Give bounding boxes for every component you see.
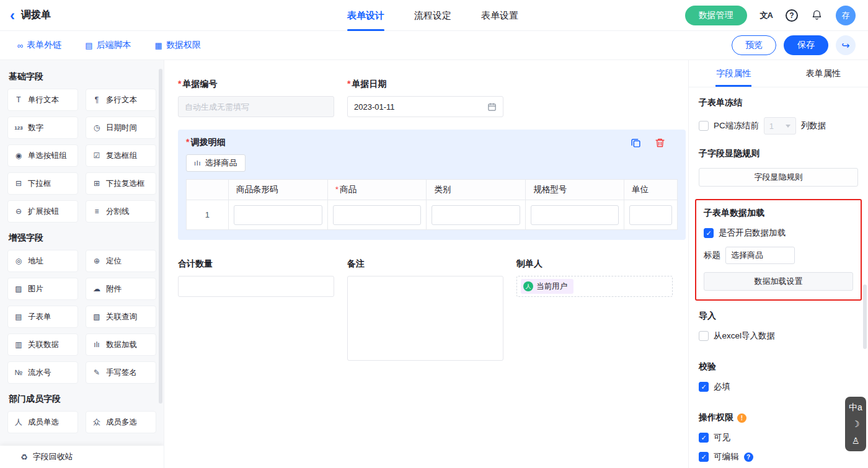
freeze-count-select[interactable]: 1 — [764, 117, 796, 135]
sidebar-scrollbar[interactable] — [159, 69, 162, 404]
category-cell-input[interactable] — [432, 205, 520, 225]
field-item-radio-group[interactable]: ◉单选按钮组 — [7, 144, 78, 167]
subform-block[interactable]: *调拨明细 ılı 选择商品 商品条形码 — [178, 130, 686, 240]
field-item-select[interactable]: ⊟下拉框 — [7, 172, 78, 195]
properties-tabs: 字段属性 表单属性 — [689, 60, 868, 87]
recycle-label: 字段回收站 — [33, 451, 73, 462]
dark-mode-icon[interactable]: ☽ — [852, 420, 860, 428]
warning-icon[interactable]: ! — [737, 413, 746, 423]
remark-textarea[interactable] — [347, 276, 503, 361]
field-recycle-bin[interactable]: ♻ 字段回收站 — [0, 446, 164, 468]
translate-widget-icon[interactable]: 中a — [849, 403, 862, 412]
required-row: 必填 — [699, 381, 858, 392]
sub-visibility-title: 子字段显隐规则 — [699, 148, 858, 159]
editable-checkbox[interactable] — [699, 452, 709, 462]
tab-form-setting[interactable]: 表单设置 — [481, 0, 518, 31]
tab-flow-setting[interactable]: 流程设定 — [414, 0, 451, 31]
theme-icon[interactable]: ♙ — [852, 436, 860, 445]
data-permission-link[interactable]: ▦ 数据权限 — [155, 40, 201, 51]
main-nav-tabs: 表单设计 流程设定 表单设置 — [347, 0, 518, 31]
translate-icon[interactable]: 文A — [760, 10, 773, 21]
tab-form-design[interactable]: 表单设计 — [347, 0, 384, 31]
editable-label: 可编辑 — [714, 451, 739, 462]
properties-panel: 字段属性 表单属性 子表单冻结 PC端冻结前 1 列数据 子字段显隐规则 字段显… — [688, 60, 868, 468]
data-load-title-input[interactable] — [725, 247, 795, 264]
doc-no-input[interactable] — [178, 96, 334, 117]
freeze-count-value: 1 — [769, 121, 774, 131]
doc-date-input[interactable]: 2023-01-11 — [347, 96, 503, 117]
back-icon[interactable]: ‹ — [10, 8, 15, 23]
help-icon[interactable]: ? — [786, 9, 798, 22]
field-label: 分割线 — [106, 206, 130, 217]
section-title-basic: 基础字段 — [9, 71, 155, 82]
field-label: 定位 — [106, 256, 122, 267]
question-icon[interactable]: ? — [744, 453, 753, 462]
single-line-text-icon: T — [13, 95, 24, 104]
share-button[interactable]: ↪ — [836, 35, 856, 55]
data-load-checkbox[interactable] — [704, 228, 714, 238]
freeze-section-title: 子表单冻结 — [699, 97, 858, 108]
field-item-datetime[interactable]: ◷日期时间 — [86, 117, 156, 139]
validation-title: 校验 — [699, 361, 858, 373]
required-mark: * — [178, 79, 181, 89]
panel-scrollbar[interactable] — [863, 285, 867, 349]
field-item-number[interactable]: 123数字 — [7, 117, 78, 139]
field-item-divider[interactable]: ≡分割线 — [86, 200, 156, 223]
freeze-label: PC端冻结前 — [714, 120, 759, 131]
total-qty-input[interactable] — [178, 276, 334, 297]
field-label: 扩展按钮 — [28, 206, 59, 217]
col-header-category: 类别 — [427, 180, 526, 200]
field-item-location[interactable]: ⊕定位 — [86, 250, 156, 272]
field-item-serial-number[interactable]: №流水号 — [7, 361, 78, 384]
delete-icon[interactable] — [655, 138, 665, 148]
data-manage-button[interactable]: 数据管理 — [685, 6, 747, 25]
tab-field-properties[interactable]: 字段属性 — [689, 60, 779, 87]
required-checkbox[interactable] — [699, 382, 709, 392]
field-label: 图片 — [28, 284, 43, 294]
field-item-single-line-text[interactable]: T单行文本 — [7, 89, 78, 111]
doc-date-value: 2023-01-11 — [354, 102, 395, 112]
field-item-multi-select[interactable]: ⊞下拉复选框 — [86, 172, 156, 195]
preview-button[interactable]: 预览 — [732, 35, 776, 55]
save-button[interactable]: 保存 — [784, 35, 828, 55]
copy-icon[interactable] — [631, 138, 641, 148]
form-canvas: *单据编号 *单据日期 2023-01-11 *调拨明细 — [164, 60, 688, 468]
freeze-checkbox[interactable] — [699, 121, 709, 131]
excel-import-checkbox[interactable] — [699, 331, 709, 341]
spec-cell-input[interactable] — [531, 205, 619, 225]
avatar[interactable]: 存 — [836, 6, 856, 25]
backend-script-link[interactable]: ▤ 后端脚本 — [85, 40, 131, 51]
unit-cell-input[interactable] — [629, 205, 672, 225]
field-item-image[interactable]: ▨图片 — [7, 278, 78, 300]
current-user-tag: 人 当前用户 — [521, 279, 574, 294]
field-item-data-load[interactable]: ılı数据加载 — [86, 333, 156, 356]
col-header-product: *商品 — [327, 180, 427, 200]
location-icon: ⊕ — [91, 257, 102, 265]
permission-icon: ▦ — [155, 41, 162, 50]
field-item-address[interactable]: ◎地址 — [7, 250, 78, 272]
field-item-extend-button[interactable]: ⊖扩展按钮 — [7, 200, 78, 223]
field-item-signature[interactable]: ✎手写签名 — [86, 361, 156, 384]
select-product-button[interactable]: ılı 选择商品 — [186, 154, 246, 172]
field-item-attachment[interactable]: ☁附件 — [86, 278, 156, 300]
bell-icon[interactable] — [811, 9, 823, 21]
link-label: 数据权限 — [166, 40, 201, 51]
field-library-sidebar: 基础字段 T单行文本 ¶多行文本 123数字 ◷日期时间 ◉单选按钮组 ☑复选框… — [0, 60, 164, 468]
field-item-member-multi[interactable]: 众成员多选 — [86, 411, 156, 433]
field-item-relation-query[interactable]: ▧关联查询 — [86, 306, 156, 328]
barcode-cell-input[interactable] — [234, 205, 322, 225]
data-load-settings-button[interactable]: 数据加载设置 — [704, 272, 853, 291]
field-item-relation-data[interactable]: ▥关联数据 — [7, 333, 78, 356]
creator-input[interactable]: 人 当前用户 — [516, 276, 673, 297]
subform-title: 调拨明细 — [190, 137, 225, 147]
form-external-link[interactable]: ∞ 表单外链 — [17, 40, 61, 51]
field-item-checkbox-group[interactable]: ☑复选框组 — [86, 144, 156, 167]
link-label: 表单外链 — [27, 40, 61, 51]
field-item-subform[interactable]: ▤子表单 — [7, 306, 78, 328]
field-item-multi-line-text[interactable]: ¶多行文本 — [86, 89, 156, 111]
product-cell-input[interactable] — [333, 205, 422, 225]
field-item-member-single[interactable]: 人成员单选 — [7, 411, 78, 433]
visibility-rule-button[interactable]: 字段显隐规则 — [699, 168, 858, 187]
visible-checkbox[interactable] — [699, 433, 709, 443]
tab-form-properties[interactable]: 表单属性 — [779, 60, 868, 87]
